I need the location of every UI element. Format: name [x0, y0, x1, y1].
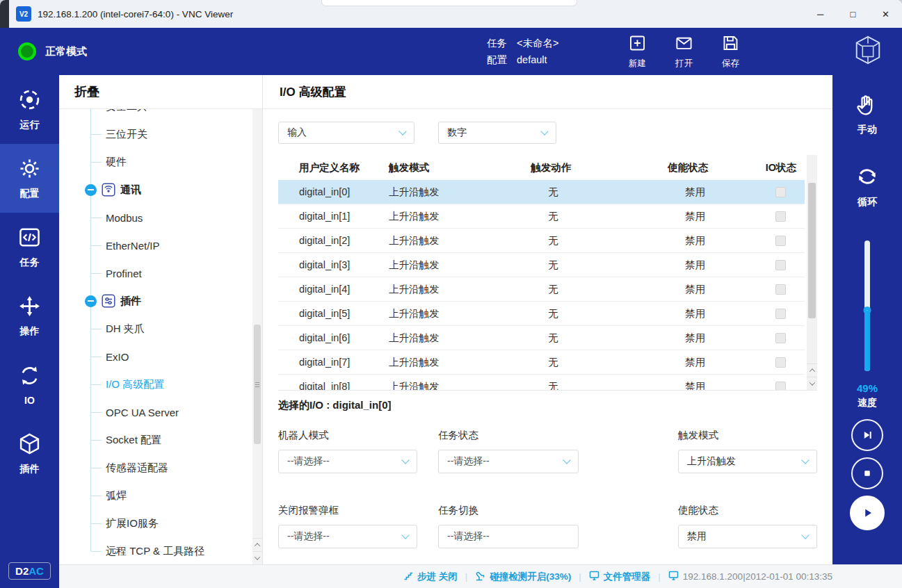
left-nav-sidebar: 运行 配置 任务 操作 IO 插件 D2AC — [0, 75, 59, 588]
tree-item-modbus[interactable]: Modbus — [59, 204, 252, 231]
collision-detection-status[interactable]: 碰撞检测开启(33%) — [475, 571, 571, 583]
table-scroll-down-button[interactable] — [807, 377, 817, 390]
manual-mode-button[interactable]: 手动 — [855, 92, 880, 136]
vnc-toolbar-tab[interactable] — [321, 0, 577, 6]
chevron-down-icon — [398, 127, 406, 135]
table-scroll-up-button[interactable] — [807, 364, 817, 377]
selected-io-label: 选择的I/O : digital_in[0] — [278, 399, 817, 412]
task-info: 任务<未命名> 配置default — [487, 35, 558, 68]
speed-slider[interactable] — [864, 240, 870, 371]
tree-collapse-header[interactable]: 折叠 — [59, 75, 262, 109]
close-button[interactable]: ✕ — [869, 0, 902, 28]
io-state-indicator — [775, 187, 786, 197]
step-mode-status[interactable]: 步进 关闭 — [403, 571, 458, 583]
mode-label: 正常模式 — [45, 45, 87, 58]
table-row[interactable]: digital_in[2] 上升沿触发 无 禁用 — [278, 229, 805, 253]
trigger-mode-label: 触发模式 — [678, 429, 817, 442]
monitor-icon — [589, 571, 599, 582]
robot-mode-select[interactable]: --请选择-- — [278, 450, 417, 473]
sidebar-item-plugin[interactable]: 插件 — [0, 419, 59, 488]
tree-item-opc-ua-server[interactable]: OPC UA Server — [59, 398, 252, 426]
tree-item-safety-tools[interactable]: 安全工具 — [59, 109, 252, 120]
enable-status-select[interactable]: 禁用 — [678, 525, 817, 548]
close-alarm-select[interactable]: --请选择-- — [278, 525, 417, 548]
tree-group-plugins[interactable]: 插件 — [59, 287, 252, 315]
tree-item-exio[interactable]: ExIO — [59, 343, 252, 370]
play-button[interactable] — [850, 496, 885, 530]
tree-scroll-area: 安全工具 三位开关 硬件 通讯 Modbus EtherNet/IP Profi… — [59, 109, 262, 564]
chevron-down-icon — [809, 379, 814, 385]
table-row[interactable]: digital_in[6] 上升沿触发 无 禁用 — [278, 326, 805, 350]
minimize-button[interactable]: ─ — [804, 0, 837, 28]
table-row[interactable]: digital_in[0] 上升沿触发 无 禁用 — [278, 180, 805, 204]
table-row[interactable]: digital_in[8] 上升沿触发 无 禁用 — [278, 375, 805, 390]
table-scrollbar[interactable] — [807, 155, 817, 390]
window-title: 192.168.1.200 (intel-corei7-64:0) - VNC … — [38, 9, 233, 19]
tree-item-ethernet-ip[interactable]: EtherNet/IP — [59, 231, 252, 259]
table-scrollbar-thumb[interactable] — [808, 183, 816, 318]
vnc-viewer-window: V2 192.168.1.200 (intel-corei7-64:0) - V… — [0, 0, 902, 588]
io-direction-select[interactable]: 输入 — [278, 122, 414, 144]
vnc-titlebar: V2 192.168.1.200 (intel-corei7-64:0) - V… — [0, 0, 902, 28]
speed-label: 速度 — [857, 397, 878, 409]
step-forward-button[interactable] — [851, 419, 883, 451]
table-row[interactable]: digital_in[4] 上升沿触发 无 禁用 — [278, 277, 805, 302]
loop-icon — [855, 164, 880, 191]
io-state-indicator — [775, 284, 786, 295]
tree-scrollbar-thumb[interactable] — [254, 325, 261, 444]
collapse-minus-icon[interactable] — [85, 184, 97, 196]
gear-icon — [18, 157, 41, 182]
steps-icon — [403, 571, 413, 582]
tree-item-profinet[interactable]: Profinet — [59, 259, 252, 287]
sidebar-item-operate[interactable]: 操作 — [0, 281, 59, 350]
stop-button[interactable] — [851, 457, 883, 489]
tree-scroll-down-button[interactable] — [252, 551, 262, 564]
trigger-mode-select[interactable]: 上升沿触发 — [678, 450, 817, 473]
io-signal-type-select[interactable]: 数字 — [438, 122, 556, 144]
tree-item-extended-io-service[interactable]: 扩展IO服务 — [59, 509, 252, 537]
new-task-button[interactable]: 新建 — [628, 34, 647, 70]
code-icon — [18, 226, 41, 251]
chevron-down-icon — [540, 127, 548, 135]
tree-item-arc-welding[interactable]: 弧焊 — [59, 482, 252, 509]
maximize-button[interactable]: □ — [837, 0, 869, 28]
tree-scrollbar[interactable] — [252, 109, 262, 564]
tree-scroll-up-button[interactable] — [252, 538, 262, 551]
sidebar-item-task[interactable]: 任务 — [0, 213, 59, 281]
table-row[interactable]: digital_in[1] 上升沿触发 无 禁用 — [278, 204, 805, 229]
playback-controls — [850, 419, 885, 530]
collapse-minus-icon[interactable] — [85, 295, 97, 307]
tree-item-sensor-adapter[interactable]: 传感器适配器 — [59, 454, 252, 482]
task-status-select[interactable]: --请选择-- — [438, 450, 579, 473]
table-row[interactable]: digital_in[5] 上升沿触发 无 禁用 — [278, 302, 805, 326]
file-manager-button[interactable]: 文件管理器 — [589, 571, 651, 583]
sidebar-item-run[interactable]: 运行 — [0, 75, 59, 144]
loop-mode-button[interactable]: 循环 — [855, 164, 880, 209]
chevron-down-icon — [255, 554, 260, 560]
task-value: <未命名> — [517, 38, 558, 49]
save-task-button[interactable]: 保存 — [721, 34, 740, 70]
tree-item-three-position-switch[interactable]: 三位开关 — [59, 120, 252, 148]
table-row[interactable]: digital_in[3] 上升沿触发 无 禁用 — [278, 253, 805, 277]
sidebar-item-config[interactable]: 配置 — [0, 144, 59, 213]
table-header-row: 用户定义名称 触发模式 触发动作 使能状态 IO状态 — [278, 155, 805, 180]
open-task-button[interactable]: 打开 — [675, 34, 693, 70]
speed-slider-thumb[interactable] — [864, 307, 871, 314]
chevron-down-icon — [401, 531, 409, 539]
tree-item-io-advanced-config[interactable]: I/O 高级配置 — [59, 370, 252, 398]
tree-item-dh-gripper[interactable]: DH 夹爪 — [59, 315, 252, 343]
tree-item-socket-config[interactable]: Socket 配置 — [59, 426, 252, 454]
column-header: 用户定义名称 — [278, 161, 389, 174]
io-state-indicator — [775, 236, 786, 246]
tree-group-communication[interactable]: 通讯 — [59, 176, 252, 204]
save-icon — [721, 34, 740, 55]
status-bar: 步进 关闭 | 碰撞检测开启(33%) | 文件管理器 | 192.168.1.… — [59, 564, 902, 588]
mode-indicator-group[interactable]: 正常模式 — [18, 42, 87, 60]
sidebar-item-io[interactable]: IO — [0, 350, 59, 419]
io-config-form-row-2: 关闭报警弹框 --请选择-- 任务切换 --请选择-- — [278, 504, 817, 548]
tree-item-remote-tcp-tool-path[interactable]: 远程 TCP & 工具路径 — [59, 537, 252, 564]
table-row[interactable]: digital_in[7] 上升沿触发 无 禁用 — [278, 350, 805, 375]
task-switch-input[interactable]: --请选择-- — [438, 525, 579, 548]
task-label: 任务 — [487, 38, 507, 49]
tree-item-hardware[interactable]: 硬件 — [59, 148, 252, 176]
